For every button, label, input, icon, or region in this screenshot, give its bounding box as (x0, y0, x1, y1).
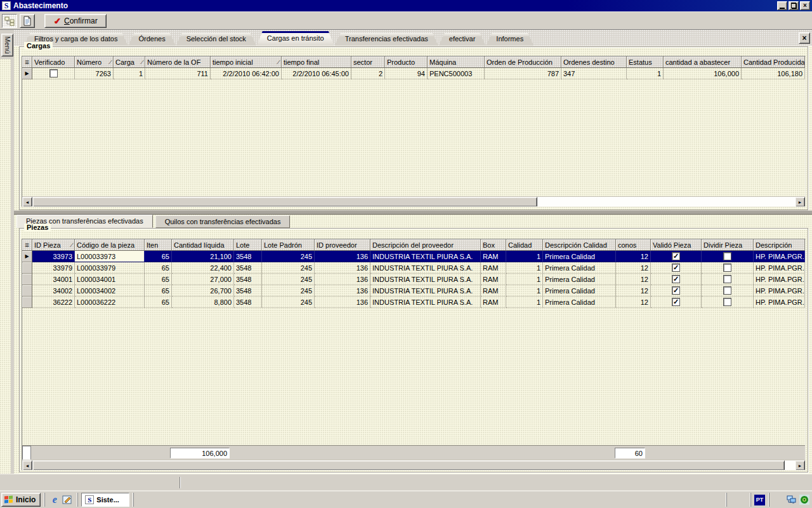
cell-orden-produccion[interactable]: 787 (485, 68, 561, 79)
checkbox-unchecked[interactable] (723, 298, 731, 306)
cell-descripcion[interactable]: HP. PIMA.PGR. NE (754, 274, 805, 285)
checkbox-unchecked[interactable] (49, 69, 58, 77)
col-tiempo-inicial[interactable]: tiempo inicial∕ (211, 57, 282, 68)
cell-conos[interactable]: 12 (616, 297, 651, 308)
cell-id-pieza[interactable]: 33973 (32, 251, 75, 262)
cell-desc-calidad[interactable]: Primera Calidad (543, 262, 616, 274)
cell-desc-proveedor[interactable]: INDUSTRIA TEXTIL PIURA S.A. (370, 285, 481, 297)
cell-lote[interactable]: 3548 (234, 297, 262, 308)
checkbox-checked[interactable]: ✓ (672, 252, 680, 260)
cell-conos[interactable]: 12 (616, 274, 651, 285)
col-codigo[interactable]: Código de la pieza (75, 239, 145, 251)
row-indicator[interactable] (22, 297, 32, 308)
col-tiempo-final[interactable]: tiempo final (282, 57, 351, 68)
internet-explorer-icon[interactable]: e (48, 493, 61, 506)
cell-desc-calidad[interactable]: Primera Calidad (543, 251, 616, 262)
cell-dividir-pieza[interactable] (702, 285, 754, 297)
cell-iten[interactable]: 65 (145, 285, 172, 297)
tab-efectivar[interactable]: efectivar (439, 33, 486, 46)
piezas-row[interactable]: 34001 L000034001 65 27,000 3548 245 136 … (22, 274, 805, 285)
cell-valido-pieza[interactable]: ✓ (651, 251, 702, 262)
current-row-indicator[interactable]: ▶ (22, 68, 32, 79)
col-desc-calidad[interactable]: Descripción Calidad (543, 239, 616, 251)
col-id-proveedor[interactable]: ID proveedor (315, 239, 370, 251)
col-verificado[interactable]: Verificado (32, 57, 75, 68)
col-cantidad-liquida[interactable]: Cantidad líquida (172, 239, 234, 251)
splitter[interactable] (14, 210, 812, 215)
cell-numero[interactable]: 7263 (75, 68, 114, 79)
col-id-pieza[interactable]: ID Pieza∕ (32, 239, 75, 251)
cell-estatus[interactable]: 1 (627, 68, 664, 79)
cell-cantidad-liquida[interactable]: 22,400 (172, 262, 234, 274)
piezas-row[interactable]: ▶ 33973 L000033973 65 21,100 3548 245 13… (22, 251, 805, 262)
cell-valido-pieza[interactable]: ✓ (651, 274, 702, 285)
taskbar-item-sistema[interactable]: S Siste... (81, 493, 129, 507)
cell-id-pieza[interactable]: 34002 (32, 285, 75, 297)
piezas-row[interactable]: 34002 L000034002 65 26,700 3548 245 136 … (22, 285, 805, 297)
tab-seleccion-del-stock[interactable]: Selección del stock (176, 33, 256, 46)
close-button[interactable]: × (800, 1, 810, 10)
minimize-button[interactable] (777, 1, 787, 10)
cell-descripcion[interactable]: HP. PIMA.PGR. NE (754, 297, 805, 308)
cell-desc-calidad[interactable]: Primera Calidad (543, 274, 616, 285)
col-orden-produccion[interactable]: Orden de Producción (485, 57, 561, 68)
col-lote-padron[interactable]: Lote Padrón (262, 239, 315, 251)
row-indicator[interactable] (22, 274, 32, 285)
cell-verificado[interactable] (32, 68, 75, 79)
col-lote[interactable]: Lote (234, 239, 262, 251)
cell-valido-pieza[interactable]: ✓ (651, 297, 702, 308)
tree-view-toggle-button[interactable] (2, 14, 17, 28)
cell-cantidad-liquida[interactable]: 27,000 (172, 274, 234, 285)
scroll-left-button[interactable]: ◄ (22, 460, 32, 471)
cell-desc-proveedor[interactable]: INDUSTRIA TEXTIL PIURA S.A. (370, 262, 481, 274)
col-carga[interactable]: Carga∕ (114, 57, 145, 68)
cell-id-pieza[interactable]: 36222 (32, 297, 75, 308)
cell-lote-padron[interactable]: 245 (262, 285, 315, 297)
col-sector[interactable]: sector (351, 57, 385, 68)
col-cantidad-producida[interactable]: Cantidad Producida (742, 57, 805, 68)
cell-calidad[interactable]: 1 (506, 285, 543, 297)
cell-carga[interactable]: 1 (114, 68, 145, 79)
language-indicator[interactable]: PT (754, 495, 765, 505)
confirm-button[interactable]: ✓ Confirmar (44, 14, 107, 28)
checkbox-unchecked[interactable] (723, 275, 731, 283)
col-cantidad-abastecer[interactable]: cantidad a abastecer (664, 57, 742, 68)
piezas-row[interactable]: 36222 L000036222 65 8,800 3548 245 136 I… (22, 297, 805, 308)
cell-dividir-pieza[interactable] (702, 262, 754, 274)
show-desktop-icon[interactable] (61, 493, 74, 506)
cell-cantidad-liquida[interactable]: 21,100 (172, 251, 234, 262)
cell-codigo[interactable]: L000034001 (75, 274, 145, 285)
col-desc-proveedor[interactable]: Descripción del proveedor (370, 239, 481, 251)
tab-ordenes[interactable]: Órdenes (128, 33, 175, 46)
cell-codigo[interactable]: L000036222 (75, 297, 145, 308)
cell-lote[interactable]: 3548 (234, 262, 262, 274)
cell-sector[interactable]: 2 (351, 68, 385, 79)
cell-lote[interactable]: 3548 (234, 274, 262, 285)
col-estatus[interactable]: Estatus (627, 57, 664, 68)
cell-calidad[interactable]: 1 (506, 274, 543, 285)
cell-desc-proveedor[interactable]: INDUSTRIA TEXTIL PIURA S.A. (370, 274, 481, 285)
col-ordenes-destino[interactable]: Ordenes destino (561, 57, 627, 68)
cell-calidad[interactable]: 1 (506, 262, 543, 274)
checkbox-unchecked[interactable] (723, 286, 731, 295)
cell-lote[interactable]: 3548 (234, 251, 262, 262)
cell-iten[interactable]: 65 (145, 251, 172, 262)
col-producto[interactable]: Producto (385, 57, 428, 68)
row-indicator[interactable] (22, 262, 32, 274)
cell-box[interactable]: RAM (481, 274, 506, 285)
tab-informes[interactable]: Informes (486, 33, 534, 46)
menu-tab[interactable]: Menú (1, 34, 13, 57)
current-row-indicator[interactable]: ▶ (22, 251, 32, 262)
cell-descripcion[interactable]: HP. PIMA.PGR. NE (754, 262, 805, 274)
cell-lote-padron[interactable]: 245 (262, 262, 315, 274)
cell-ordenes-destino[interactable]: 347 (561, 68, 627, 79)
cell-id-pieza[interactable]: 34001 (32, 274, 75, 285)
checkbox-unchecked[interactable] (723, 264, 731, 272)
col-box[interactable]: Box (481, 239, 506, 251)
cell-desc-proveedor[interactable]: INDUSTRIA TEXTIL PIURA S.A. (370, 297, 481, 308)
subtab-quilos[interactable]: Quilos con transferências efectivadas (155, 215, 291, 228)
checkbox-checked[interactable]: ✓ (672, 264, 680, 272)
checkbox-unchecked[interactable] (723, 252, 731, 260)
cell-dividir-pieza[interactable] (702, 297, 754, 308)
cell-descripcion[interactable]: HP. PIMA.PGR. NE (754, 285, 805, 297)
